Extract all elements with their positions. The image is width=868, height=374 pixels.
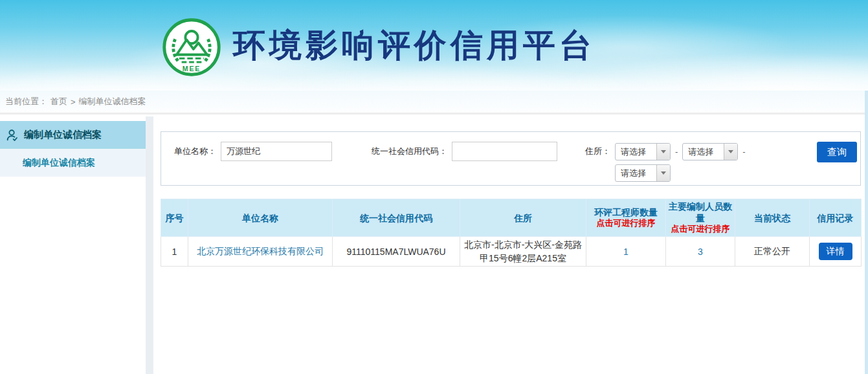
results-table: 序号 单位名称 统一社会信用代码 住所 环评工程师数量 点击可进行排序 主要编制…: [161, 199, 862, 267]
col-credit-code: 统一社会信用代码: [333, 199, 460, 237]
breadcrumb-separator: >: [71, 97, 76, 107]
main-area: 编制单位诚信档案 编制单位诚信档案 单位名称： 统一社会信用代码： 住所： 请选…: [0, 116, 868, 374]
residence-label: 住所：: [585, 142, 610, 161]
breadcrumb-prefix: 当前位置：: [5, 96, 47, 107]
credit-code-group: 统一社会信用代码：: [372, 142, 557, 161]
sidebar-item-archive-sub[interactable]: 编制单位诚信档案: [0, 149, 146, 177]
chevron-down-icon[interactable]: [724, 144, 737, 160]
scrollbar[interactable]: [865, 91, 868, 374]
table-header-row: 序号 单位名称 统一社会信用代码 住所 环评工程师数量 点击可进行排序 主要编制…: [161, 199, 862, 237]
credit-code-label: 统一社会信用代码：: [372, 142, 447, 161]
search-panel: 单位名称： 统一社会信用代码： 住所： 请选择 -: [161, 131, 861, 186]
breadcrumb-home-link[interactable]: 首页: [50, 96, 67, 107]
col-staff-count-sortable[interactable]: 主要编制人员数量 点击可进行排序: [666, 199, 735, 237]
content-area: 单位名称： 统一社会信用代码： 住所： 请选择 -: [161, 116, 861, 374]
sidebar-item-label: 编制单位诚信档案: [24, 129, 102, 141]
unit-name-input[interactable]: [221, 142, 332, 161]
select-separator: -: [742, 143, 745, 160]
breadcrumb: 当前位置： 首页 > 编制单位诚信档案: [0, 91, 868, 115]
province-select-value: 请选择: [616, 144, 656, 160]
sort-hint[interactable]: 点击可进行排序: [669, 224, 732, 235]
breadcrumb-current: 编制单位诚信档案: [79, 96, 146, 107]
col-engineer-count-sortable[interactable]: 环评工程师数量 点击可进行排序: [586, 199, 666, 237]
residence-group: 住所： 请选择 - 请选择 -: [585, 142, 750, 182]
unit-name-label: 单位名称：: [174, 142, 216, 161]
logo-text: MEE: [183, 65, 201, 72]
col-index: 序号: [161, 199, 188, 237]
chevron-down-icon[interactable]: [656, 144, 670, 160]
col-address: 住所: [460, 199, 586, 237]
col-staff-count-label: 主要编制人员数量: [669, 201, 732, 223]
col-credit-record: 信用记录: [810, 199, 862, 237]
province-select[interactable]: 请选择: [615, 143, 671, 160]
city-select[interactable]: 请选择: [682, 143, 738, 160]
row-index: 1: [161, 237, 188, 267]
credit-code-input[interactable]: [452, 142, 557, 161]
header-banner: MEE 环境影响评价信用平台: [0, 0, 868, 91]
staff-count-link[interactable]: 3: [698, 247, 703, 257]
page-title: 环境影响评价信用平台: [233, 24, 595, 67]
unit-name-group: 单位名称：: [174, 142, 332, 161]
company-link[interactable]: 北京万源世纪环保科技有限公司: [197, 246, 324, 256]
mee-logo-icon: MEE: [161, 16, 223, 78]
select-separator: -: [675, 143, 678, 160]
credit-code-value: 91110115MA7LWUA76U: [333, 237, 460, 267]
search-button[interactable]: 查询: [817, 142, 857, 162]
sidebar-item-archive-parent[interactable]: 编制单位诚信档案: [0, 121, 146, 149]
engineer-count-link[interactable]: 1: [623, 247, 629, 257]
district-select-value: 请选择: [616, 165, 656, 181]
sort-hint[interactable]: 点击可进行排序: [589, 218, 663, 229]
detail-button[interactable]: 详情: [819, 243, 852, 260]
city-select-value: 请选择: [683, 144, 724, 160]
status-value: 正常公开: [735, 237, 810, 267]
sidebar-subitem-label: 编制单位诚信档案: [23, 157, 95, 169]
chevron-down-icon[interactable]: [656, 165, 670, 181]
table-row: 1 北京万源世纪环保科技有限公司 91110115MA7LWUA76U 北京市-…: [161, 237, 862, 267]
address-value: 北京市-北京市-大兴区-金苑路甲15号6幢2层A215室: [460, 237, 586, 267]
col-engineer-count-label: 环评工程师数量: [594, 207, 658, 217]
residence-selects: 请选择 - 请选择 - 请选择: [615, 143, 750, 182]
sidebar-divider: [146, 116, 153, 374]
col-company: 单位名称: [188, 199, 333, 237]
user-check-icon: [5, 128, 19, 142]
district-select[interactable]: 请选择: [615, 164, 671, 182]
col-status: 当前状态: [735, 199, 810, 237]
